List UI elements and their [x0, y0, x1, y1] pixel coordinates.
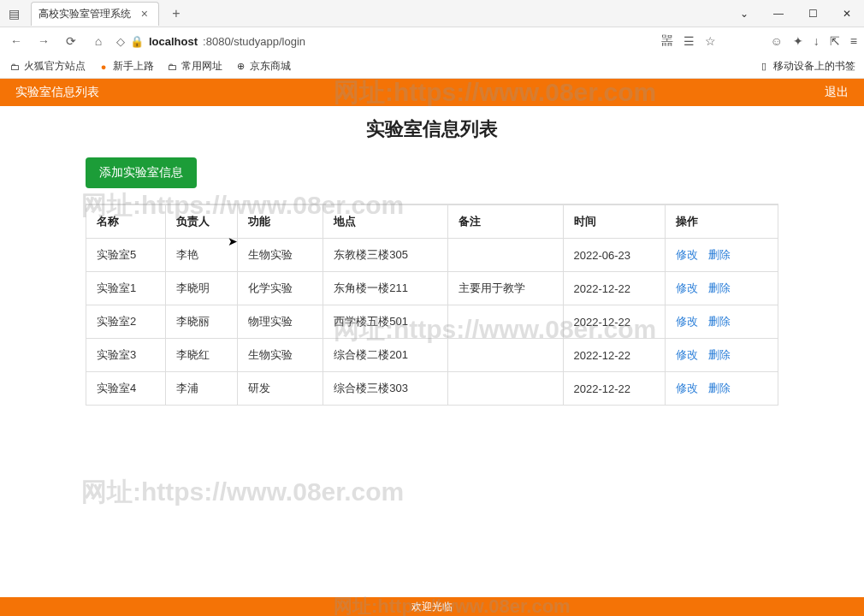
delete-link[interactable]: 删除: [708, 248, 731, 261]
delete-link[interactable]: 删除: [708, 315, 731, 328]
cell-time: 2022-12-22: [563, 339, 666, 372]
close-window-icon[interactable]: ✕: [830, 0, 864, 27]
cell-action: 修改删除: [666, 272, 778, 305]
cell-action: 修改删除: [666, 239, 778, 272]
col-owner: 负责人: [166, 204, 238, 239]
watermark: 网址:https://www.08er.com: [81, 475, 404, 510]
delete-link[interactable]: 删除: [708, 382, 731, 394]
delete-link[interactable]: 删除: [708, 348, 731, 361]
cell-func: 化学实验: [237, 272, 323, 305]
add-lab-button[interactable]: 添加实验室信息: [86, 157, 197, 188]
cell-loc: 东角楼一楼211: [323, 272, 448, 305]
cell-name: 实验室5: [86, 239, 166, 272]
bookmark-item[interactable]: ●新手上路: [98, 59, 154, 74]
cell-note: [448, 372, 564, 406]
bookmark-item[interactable]: 🗀火狐官方站点: [9, 59, 86, 74]
reader-icon[interactable]: ☰: [684, 34, 695, 48]
account-icon[interactable]: ☺: [771, 34, 783, 48]
mobile-icon: ▯: [758, 61, 770, 73]
cell-func: 物理实验: [237, 305, 323, 339]
shield-icon: ◇: [116, 35, 125, 48]
edit-link[interactable]: 修改: [676, 281, 698, 294]
sidebar-toggle-icon[interactable]: ▤: [0, 7, 27, 21]
cell-owner: 李浦: [166, 372, 238, 406]
url-input[interactable]: ◇ 🔒 localhost:8080/studyapp/login: [116, 35, 630, 48]
cell-func: 研发: [237, 372, 323, 406]
cell-time: 2022-06-23: [563, 239, 666, 272]
breadcrumb: 实验室信息列表: [15, 85, 99, 100]
maximize-icon[interactable]: ☐: [796, 0, 830, 27]
table-row: 实验室3李晓红生物实验综合楼二楼2012022-12-22修改删除: [86, 339, 778, 372]
lock-icon: 🔒: [130, 35, 144, 48]
globe-icon: ⊕: [234, 61, 246, 73]
cell-name: 实验室1: [86, 272, 166, 305]
cell-time: 2022-12-22: [563, 372, 666, 406]
cell-owner: 李晓明: [166, 272, 238, 305]
address-bar: ← → ⟳ ⌂ ◇ 🔒 localhost:8080/studyapp/logi…: [0, 27, 864, 55]
tab-title: 高校实验室管理系统: [38, 7, 138, 21]
cell-note: [448, 339, 564, 372]
edit-link[interactable]: 修改: [676, 348, 698, 361]
bookmark-item[interactable]: ⊕京东商城: [234, 59, 291, 74]
translate-icon[interactable]: 噐: [661, 33, 673, 49]
cell-action: 修改删除: [666, 339, 778, 372]
delete-link[interactable]: 删除: [708, 281, 731, 294]
extensions-icon[interactable]: ✦: [793, 34, 803, 48]
edit-link[interactable]: 修改: [676, 248, 698, 261]
bookmark-star-icon[interactable]: ☆: [705, 34, 716, 48]
table-row: 实验室4李浦研发综合楼三楼3032022-12-22修改删除: [86, 372, 778, 406]
back-icon[interactable]: ←: [7, 34, 26, 48]
col-action: 操作: [666, 204, 778, 239]
footer-text: 欢迎光临: [411, 600, 453, 614]
cell-loc: 综合楼二楼201: [323, 339, 448, 372]
table-row: 实验室5李艳生物实验东教楼三楼3052022-06-23修改删除: [86, 239, 778, 272]
cell-loc: 西学楼五楼501: [323, 305, 448, 339]
cell-name: 实验室2: [86, 305, 166, 339]
home-icon[interactable]: ⌂: [89, 34, 108, 48]
col-time: 时间: [563, 204, 666, 239]
lab-table: 名称 负责人 功能 地点 备注 时间 操作 实验室5李艳生物实验东教楼三楼305…: [86, 204, 778, 406]
window-dropdown-icon[interactable]: ⌄: [727, 0, 761, 27]
browser-tab[interactable]: 高校实验室管理系统 ×: [31, 2, 159, 26]
window-titlebar: ▤ 高校实验室管理系统 × + ⌄ — ☐ ✕: [0, 0, 864, 27]
cell-loc: 东教楼三楼305: [323, 239, 448, 272]
cell-action: 修改删除: [666, 372, 778, 406]
col-name: 名称: [86, 204, 166, 239]
menu-icon[interactable]: ≡: [850, 34, 857, 48]
bookmark-mobile[interactable]: ▯移动设备上的书签: [758, 59, 855, 74]
cell-owner: 李晓红: [166, 339, 238, 372]
forward-icon[interactable]: →: [34, 34, 53, 48]
table-row: 实验室1李晓明化学实验东角楼一楼211主要用于教学2022-12-22修改删除: [86, 272, 778, 305]
bookmark-item[interactable]: 🗀常用网址: [166, 59, 222, 74]
col-function: 功能: [237, 204, 323, 239]
cell-name: 实验室3: [86, 339, 166, 372]
bookmarks-bar: 🗀火狐官方站点 ●新手上路 🗀常用网址 ⊕京东商城 ▯移动设备上的书签: [0, 55, 864, 79]
minimize-icon[interactable]: —: [761, 0, 796, 27]
edit-link[interactable]: 修改: [676, 382, 698, 394]
logout-link[interactable]: 退出: [825, 85, 849, 100]
close-icon[interactable]: ×: [138, 7, 151, 21]
cell-note: [448, 305, 564, 339]
cell-time: 2022-12-22: [563, 305, 666, 339]
cell-loc: 综合楼三楼303: [323, 372, 448, 406]
downloads-icon[interactable]: ↓: [814, 34, 820, 48]
cell-func: 生物实验: [237, 339, 323, 372]
url-path: :8080/studyapp/login: [203, 35, 305, 48]
page-header: 实验室信息列表 退出: [0, 79, 864, 106]
table-header-row: 名称 负责人 功能 地点 备注 时间 操作: [86, 204, 778, 239]
library-icon[interactable]: ⇱: [830, 34, 840, 48]
cell-note: 主要用于教学: [448, 272, 564, 305]
page-body: 实验室信息列表 添加实验室信息 名称 负责人 功能 地点 备注 时间 操作 实验…: [0, 106, 864, 406]
cell-name: 实验室4: [86, 372, 166, 406]
edit-link[interactable]: 修改: [676, 315, 698, 328]
reload-icon[interactable]: ⟳: [62, 34, 80, 48]
folder-icon: 🗀: [166, 61, 178, 73]
cell-time: 2022-12-22: [563, 272, 666, 305]
new-tab-button[interactable]: +: [164, 6, 188, 21]
page-footer: 欢迎光临: [0, 597, 864, 616]
page-title: 实验室信息列表: [0, 116, 864, 142]
col-note: 备注: [448, 204, 564, 239]
cell-func: 生物实验: [237, 239, 323, 272]
cell-note: [448, 239, 564, 272]
table-row: 实验室2李晓丽物理实验西学楼五楼5012022-12-22修改删除: [86, 305, 778, 339]
